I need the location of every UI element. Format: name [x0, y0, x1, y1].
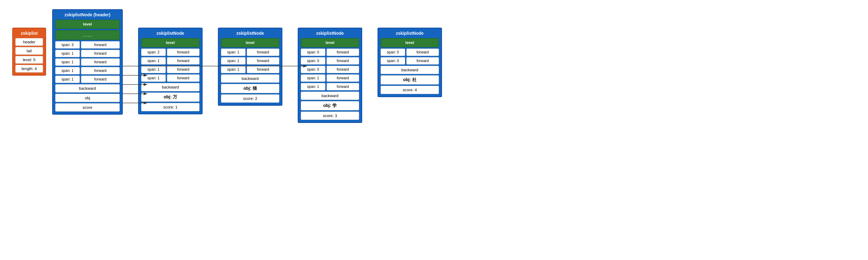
zskiplist-title: zskiplist	[16, 31, 43, 36]
node-0-level-row-3: span: 1 forward	[55, 67, 120, 75]
node-2-span-1: span: 1	[221, 57, 246, 64]
node-1-level-row-1: span: 1 forward	[141, 57, 199, 64]
node-3: zskiplistNode level span: 0 forward span…	[298, 28, 362, 123]
node-1-level-row-3: span: 1 forward	[141, 75, 199, 82]
node-0-forward-1: forward	[81, 50, 120, 57]
node-3-score: score: 3	[301, 112, 359, 120]
node-0-level: level	[55, 20, 120, 29]
node-0-forward-2: forward	[81, 58, 120, 66]
node-0-level-row-2: span: 1 forward	[55, 58, 120, 66]
node-2-level: level	[221, 38, 279, 47]
zskiplist-field-length: length: 4	[16, 65, 43, 73]
node-4: zskiplistNode level span: 0 forward span…	[377, 28, 442, 97]
node-3-level-row-2: span: 0 forward	[301, 66, 359, 73]
node-1-forward-2: forward	[167, 66, 199, 73]
node-1-span-2: span: 1	[141, 66, 166, 73]
node-3-obj: obj: 学	[301, 101, 359, 110]
node-1-span-1: span: 1	[141, 57, 166, 64]
node-4-obj: obj: 社	[381, 75, 439, 85]
node-0-score: score	[55, 103, 120, 112]
node-0-span-3: span: 1	[55, 67, 80, 75]
node-2-forward-1: forward	[247, 57, 279, 64]
node-4-backward: backward	[381, 66, 439, 74]
node-2-level-row-0: span: 1 forward	[221, 49, 279, 56]
node-3-title: zskiplistNode	[301, 31, 359, 36]
node-3-level-row-0: span: 0 forward	[301, 49, 359, 56]
node-1: zskiplistNode level span: 2 forward span…	[138, 28, 203, 114]
node-2-score: score: 2	[221, 94, 279, 103]
zskiplist-box: zskiplist header tail level: 5 length: 4	[12, 28, 46, 76]
node-3-level-row-4: span: 1 forward	[301, 83, 359, 90]
zskiplist-field-tail: tail	[16, 47, 43, 55]
nodes-container: zskiplistNode (header) level …… span: 3 …	[52, 9, 442, 123]
node-1-title: zskiplistNode	[141, 31, 199, 36]
node-3-backward: backward	[301, 92, 359, 100]
diagram: zskiplist header tail level: 5 length: 4…	[0, 0, 868, 246]
node-4-forward-0: forward	[406, 49, 439, 56]
node-1-level-row-0: span: 2 forward	[141, 49, 199, 56]
node-1-span-3: span: 1	[141, 75, 166, 82]
node-3-span-0: span: 0	[301, 49, 326, 56]
node-2-forward-2: forward	[247, 66, 279, 73]
node-3-forward-1: forward	[327, 57, 359, 64]
node-3-forward-4: forward	[327, 83, 359, 90]
node-3-level: level	[301, 38, 359, 47]
node-3-forward-3: forward	[327, 75, 359, 82]
node-2-obj: obj: 猫	[221, 84, 279, 93]
node-0-obj: obj	[55, 94, 120, 102]
node-0-span-0: span: 3	[55, 41, 80, 49]
node-0-backward: backward	[55, 84, 120, 92]
zskiplist-field-header: header	[16, 38, 43, 46]
node-4-forward-1: forward	[406, 57, 439, 64]
node-0-level-row-0: span: 3 forward	[55, 41, 120, 49]
node-1-span-0: span: 2	[141, 49, 166, 56]
node-0-span-2: span: 1	[55, 58, 80, 66]
node-3-span-4: span: 1	[301, 83, 326, 90]
node-1-backward: backward	[141, 83, 199, 91]
node-2-span-2: span: 1	[221, 66, 246, 73]
node-3-span-1: span: 0	[301, 57, 326, 64]
node-0-level-row-1: span: 1 forward	[55, 50, 120, 57]
node-2-title: zskiplistNode	[221, 31, 279, 36]
node-2-span-0: span: 1	[221, 49, 246, 56]
node-2-level-row-2: span: 1 forward	[221, 66, 279, 73]
node-1-forward-0: forward	[167, 49, 199, 56]
zskiplist-field-level: level: 5	[16, 56, 43, 64]
node-3-span-3: span: 1	[301, 75, 326, 82]
node-4-title: zskiplistNode	[381, 31, 439, 36]
node-3-forward-0: forward	[327, 49, 359, 56]
node-2-backward: backward	[221, 75, 279, 83]
node-1-forward-3: forward	[167, 75, 199, 82]
node-3-level-row-3: span: 1 forward	[301, 75, 359, 82]
node-3-span-2: span: 0	[301, 66, 326, 73]
node-0-forward-4: forward	[81, 76, 120, 83]
node-1-obj: obj: 万	[141, 92, 199, 102]
node-3-forward-2: forward	[327, 66, 359, 73]
node-4-level: level	[381, 38, 439, 47]
node-2: zskiplistNode level span: 1 forward span…	[218, 28, 282, 106]
node-4-span-1: span: 0	[381, 57, 405, 64]
node-4-level-row-0: span: 0 forward	[381, 49, 439, 56]
node-0-span-1: span: 1	[55, 50, 80, 57]
node-2-level-row-1: span: 1 forward	[221, 57, 279, 64]
node-0-title: zskiplistNode (header)	[55, 12, 120, 17]
node-0-forward-3: forward	[81, 67, 120, 75]
node-4-span-0: span: 0	[381, 49, 405, 56]
node-0-dots: ……	[55, 30, 120, 40]
node-1-level-row-2: span: 1 forward	[141, 66, 199, 73]
node-4-score: score: 4	[381, 86, 439, 94]
node-2-forward-0: forward	[247, 49, 279, 56]
node-1-forward-1: forward	[167, 57, 199, 64]
node-0: zskiplistNode (header) level …… span: 3 …	[52, 9, 123, 115]
node-1-level: level	[141, 38, 199, 47]
node-0-forward-0: forward	[81, 41, 120, 49]
node-3-level-row-1: span: 0 forward	[301, 57, 359, 64]
node-1-score: score: 1	[141, 103, 199, 111]
node-0-level-row-4: span: 1 forward	[55, 76, 120, 83]
node-0-span-4: span: 1	[55, 76, 80, 83]
node-4-level-row-1: span: 0 forward	[381, 57, 439, 64]
